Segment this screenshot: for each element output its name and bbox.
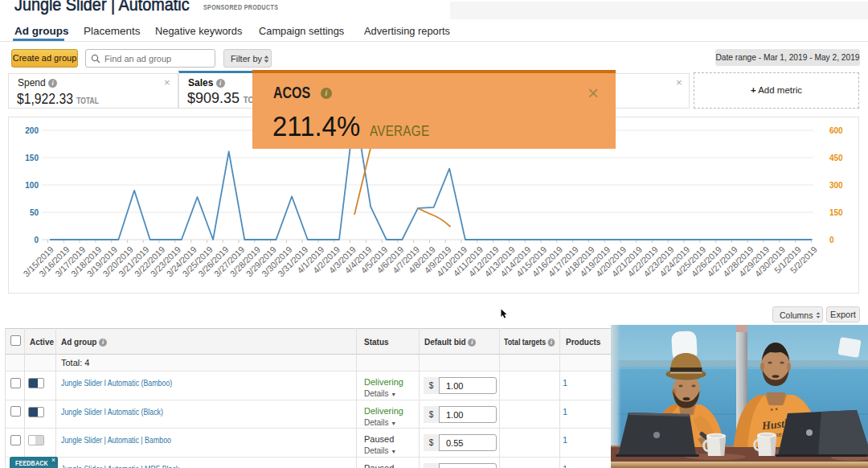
svg-text:50: 50 [30, 208, 39, 217]
svg-text:★ ★: ★ ★ [770, 406, 779, 412]
svg-text:0: 0 [829, 236, 834, 244]
svg-text:200: 200 [25, 126, 39, 135]
svg-text:600: 600 [829, 126, 843, 135]
svg-text:300: 300 [829, 181, 843, 190]
svg-text:150: 150 [25, 154, 39, 162]
svg-text:450: 450 [829, 154, 843, 162]
svg-text:100: 100 [25, 181, 39, 190]
svg-text:0: 0 [34, 236, 39, 244]
svg-text:150: 150 [829, 208, 843, 217]
